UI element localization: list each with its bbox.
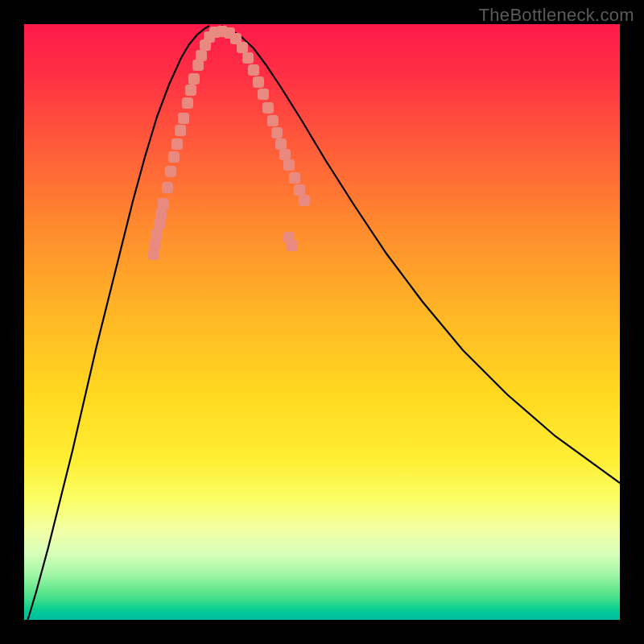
data-point (162, 182, 173, 193)
data-point (182, 97, 193, 109)
data-point (175, 125, 186, 136)
data-point (258, 89, 269, 100)
right-curve (221, 26, 620, 483)
data-point (253, 76, 264, 88)
data-point (248, 64, 259, 76)
data-point (155, 208, 167, 220)
data-point (271, 127, 283, 138)
data-point (196, 50, 207, 61)
data-point (154, 218, 165, 229)
data-point (279, 149, 291, 160)
data-points-group (148, 26, 310, 260)
data-point (148, 249, 159, 260)
data-point (242, 52, 254, 64)
data-point (299, 195, 310, 206)
data-point (262, 102, 274, 114)
data-point (294, 184, 305, 196)
data-point (188, 73, 200, 85)
data-point (275, 138, 287, 150)
data-point (192, 60, 204, 71)
chart-frame: TheBottleneck.com (0, 0, 644, 644)
data-point (283, 159, 295, 171)
data-point (185, 85, 196, 96)
data-point (287, 240, 298, 251)
data-point (178, 113, 189, 124)
data-point (289, 172, 300, 184)
data-point (237, 42, 248, 53)
plot-area (24, 24, 620, 620)
watermark-text: TheBottleneck.com (479, 5, 634, 26)
data-point (150, 238, 161, 250)
data-point (168, 151, 180, 163)
curves-svg (24, 24, 620, 620)
data-point (267, 115, 279, 126)
data-point (165, 166, 176, 177)
data-point (151, 229, 163, 240)
data-point (158, 198, 169, 209)
data-point (171, 138, 183, 150)
